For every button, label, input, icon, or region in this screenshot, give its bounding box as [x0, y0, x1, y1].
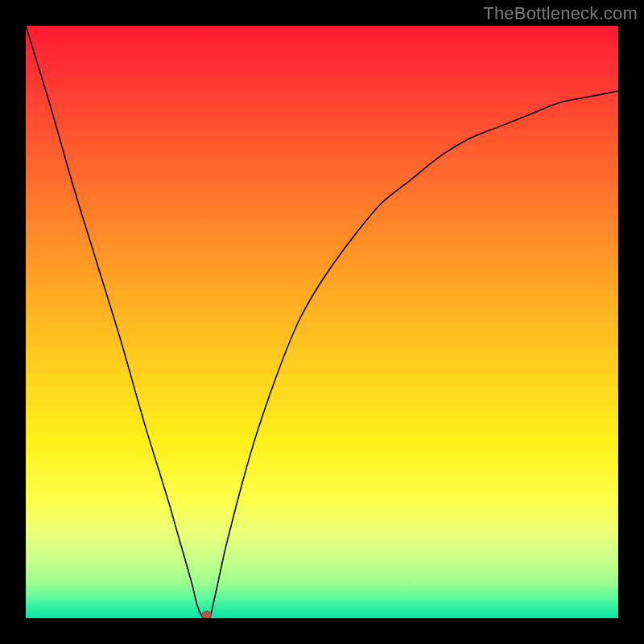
curve-layer: [26, 26, 618, 618]
minimum-marker: [201, 611, 211, 618]
bottleneck-curve: [26, 26, 618, 618]
chart-frame: TheBottleneck.com: [0, 0, 644, 644]
watermark-text: TheBottleneck.com: [483, 3, 638, 24]
plot-area: [26, 26, 618, 618]
